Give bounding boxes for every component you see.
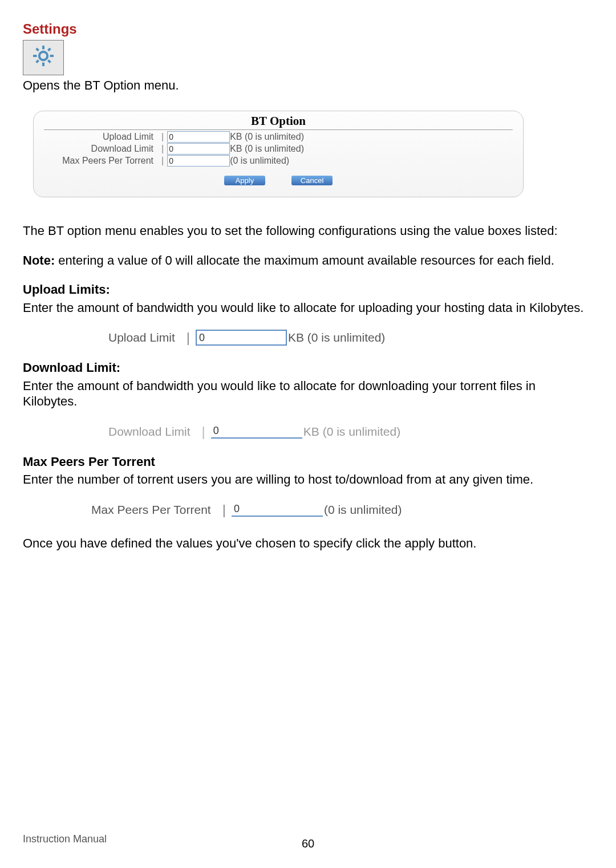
download-desc: Enter the amount of bandwidth you would …	[23, 378, 593, 409]
field-suffix: KB (0 is unlimited)	[287, 330, 385, 345]
upload-field-example: Upload Limit | KB (0 is unlimited)	[108, 329, 593, 346]
separator: |	[158, 143, 167, 155]
section-title: Settings	[23, 21, 593, 38]
max-peers-input-large[interactable]	[232, 503, 323, 517]
option-row-peers: Max Peers Per Torrent | (0 is unlimited)	[44, 155, 513, 167]
separator: |	[158, 155, 167, 167]
field-label: Max Peers Per Torrent	[91, 502, 217, 517]
download-heading: Download Limit:	[23, 360, 593, 376]
separator: |	[217, 501, 232, 518]
panel-title: BT Option	[44, 113, 513, 130]
bt-option-panel: BT Option Upload Limit | KB (0 is unlimi…	[33, 111, 524, 198]
upload-limit-input-large[interactable]	[196, 330, 287, 346]
separator: |	[181, 329, 196, 346]
page-number: 60	[23, 837, 593, 851]
svg-rect-4	[50, 55, 54, 57]
svg-point-0	[39, 52, 47, 60]
field-label: Download Limit	[108, 424, 196, 439]
intro-paragraph: The BT option menu enables you to set th…	[23, 223, 593, 239]
settings-icon-box	[23, 40, 64, 75]
separator: |	[158, 131, 167, 143]
apply-button[interactable]: Apply	[224, 176, 265, 185]
download-limit-input-large[interactable]	[211, 425, 302, 439]
field-label: Upload Limit	[108, 330, 181, 345]
svg-rect-7	[47, 47, 51, 51]
option-label: Upload Limit	[44, 131, 158, 143]
note-label: Note:	[23, 253, 55, 267]
svg-rect-3	[33, 55, 37, 57]
cancel-button[interactable]: Cancel	[291, 176, 333, 185]
upload-desc: Enter the amount of bandwidth you would …	[23, 300, 593, 316]
opens-text: Opens the BT Option menu.	[23, 78, 593, 94]
gear-icon	[32, 44, 55, 71]
option-row-download: Download Limit | KB (0 is unlimited)	[44, 143, 513, 155]
svg-rect-2	[42, 62, 44, 66]
svg-rect-5	[35, 47, 39, 51]
download-limit-input[interactable]	[167, 143, 230, 155]
option-suffix: (0 is unlimited)	[230, 155, 289, 167]
peers-heading: Max Peers Per Torrent	[23, 454, 593, 470]
option-label: Download Limit	[44, 143, 158, 155]
closing-paragraph: Once you have defined the values you've …	[23, 536, 593, 551]
upload-heading: Upload Limits:	[23, 282, 593, 298]
option-label: Max Peers Per Torrent	[44, 155, 158, 167]
peers-field-example: Max Peers Per Torrent | (0 is unlimited)	[91, 501, 593, 518]
upload-limit-input[interactable]	[167, 131, 230, 143]
field-suffix: (0 is unlimited)	[323, 502, 402, 517]
option-suffix: KB (0 is unlimited)	[230, 143, 304, 155]
option-row-upload: Upload Limit | KB (0 is unlimited)	[44, 131, 513, 143]
download-field-example: Download Limit | KB (0 is unlimited)	[108, 423, 593, 440]
option-suffix: KB (0 is unlimited)	[230, 131, 304, 143]
separator: |	[196, 423, 211, 440]
note-text: entering a value of 0 will allocate the …	[55, 253, 554, 267]
peers-desc: Enter the number of torrent users you ar…	[23, 472, 593, 488]
svg-rect-1	[42, 46, 44, 49]
note-paragraph: Note: entering a value of 0 will allocat…	[23, 253, 593, 269]
field-suffix: KB (0 is unlimited)	[302, 424, 400, 439]
svg-rect-6	[47, 59, 51, 63]
svg-rect-8	[35, 59, 39, 63]
max-peers-input[interactable]	[167, 155, 230, 167]
